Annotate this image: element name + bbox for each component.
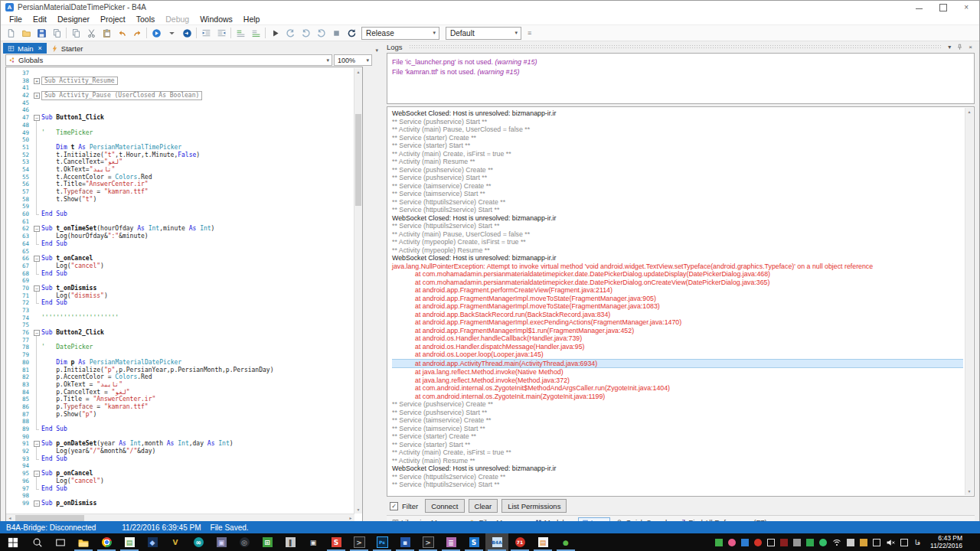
code-line[interactable]: 93End Sub xyxy=(6,455,354,463)
code-line[interactable]: 65 xyxy=(6,248,354,256)
logs-panel-header[interactable]: Logs ▾ × xyxy=(387,42,975,52)
tray-green-app-icon[interactable] xyxy=(715,539,723,546)
code-line[interactable]: 68End Sub xyxy=(6,270,354,278)
new-button[interactable] xyxy=(4,27,18,39)
list-permissions-button[interactable]: List Permissions xyxy=(501,499,567,513)
code-line[interactable]: 79 xyxy=(6,351,354,359)
taskbar-photoshop[interactable]: Ps xyxy=(371,533,394,551)
tray-pink-app-icon[interactable] xyxy=(728,539,736,546)
code-line[interactable]: 80 Dim p As PersianMaterialDatePicker xyxy=(6,359,354,367)
code-line[interactable]: 62–Sub t_onTimeSet(hourOfday As Int,minu… xyxy=(6,225,354,233)
tray-fax-icon[interactable] xyxy=(847,539,854,546)
taskbar-red-s-app[interactable]: S xyxy=(325,533,348,551)
menu-item[interactable]: Debug xyxy=(160,15,194,24)
code-line[interactable]: 38+Sub Activity_Resume xyxy=(6,77,354,85)
code-line[interactable]: 77 xyxy=(6,337,354,344)
wifi-icon[interactable] xyxy=(832,538,841,547)
warnings-box[interactable]: File 'ic_launcher.png' is not used. (war… xyxy=(387,53,975,104)
connect-button[interactable]: Connect xyxy=(425,499,464,513)
code-line[interactable]: 49' TimePicker xyxy=(6,129,354,137)
menu-item[interactable]: File xyxy=(4,15,28,24)
fold-expand-icon[interactable]: + xyxy=(33,77,41,85)
code-line[interactable]: 54 t.OkText="تایید" xyxy=(6,166,354,174)
indent-right-button[interactable] xyxy=(214,27,228,39)
code-line[interactable]: 76–Sub Button2_Click xyxy=(6,329,354,337)
code-line[interactable]: 45 xyxy=(6,99,354,107)
tray-green-dollar-icon[interactable] xyxy=(806,539,814,546)
code-line[interactable]: 99–Sub p_onDismiss xyxy=(6,500,354,507)
build-configuration-select[interactable]: Release ▾ xyxy=(361,27,439,40)
editor-vertical-scrollbar[interactable]: ▲ ▼ xyxy=(354,68,362,514)
taskbar-search-button[interactable] xyxy=(26,533,49,551)
fold-collapse-icon[interactable]: – xyxy=(33,500,41,507)
code-line[interactable]: 55 t.AccentColor = Colors.Red xyxy=(6,174,354,181)
keyboard-layout-indicator[interactable]: فا xyxy=(913,539,922,546)
code-line[interactable]: 53 t.CancelText="لغو" xyxy=(6,158,354,166)
taskbar-b4a[interactable]: B4A xyxy=(485,533,508,551)
taskbar-designer[interactable]: ▤ xyxy=(118,533,141,551)
compile-run-button[interactable] xyxy=(149,27,163,39)
taskbar-winrar[interactable]: ≣ xyxy=(439,533,462,551)
code-line[interactable]: 83 p.OkText = "تایید" xyxy=(6,381,354,389)
taskbar-cube-app[interactable]: ▣ xyxy=(210,533,233,551)
code-line[interactable]: 71 Log("dismiss") xyxy=(6,292,354,300)
code-line[interactable]: 95–Sub p_onCancel xyxy=(6,470,354,478)
taskbar-blue-app[interactable]: ▪ xyxy=(394,533,416,551)
run-button[interactable] xyxy=(268,27,282,39)
undo-button[interactable] xyxy=(115,27,129,39)
menu-item[interactable]: Help xyxy=(238,15,266,24)
code-line[interactable]: 50 xyxy=(6,136,354,144)
tray-usb-icon[interactable] xyxy=(793,539,801,546)
tab-list-dropdown[interactable]: ▾ xyxy=(375,47,384,54)
menu-item[interactable]: Tools xyxy=(131,15,161,24)
code-line[interactable]: 46 xyxy=(6,106,354,114)
panel-menu-icon[interactable]: ▾ xyxy=(946,44,953,51)
code-lines[interactable]: 3738+Sub Activity_Resume4142+Sub Activit… xyxy=(6,68,354,514)
code-line[interactable]: 87 p.Show("p") xyxy=(6,411,354,419)
taskbar-doc-search-app[interactable]: ▤ xyxy=(531,533,554,551)
save-all-button[interactable] xyxy=(50,27,64,39)
taskbar-cmd-2[interactable]: > xyxy=(416,533,439,551)
code-line[interactable]: 86 p.Typeface = "kamran.ttf" xyxy=(6,403,354,411)
comment-button[interactable] xyxy=(234,27,247,39)
taskbar-antivirus[interactable]: 71 xyxy=(508,533,531,551)
clear-button[interactable]: Clear xyxy=(469,499,498,513)
tray-red-badge-icon[interactable] xyxy=(754,539,762,546)
rapid-debug-button[interactable] xyxy=(180,27,194,39)
code-line[interactable]: 48 xyxy=(6,122,354,129)
panel-close-icon[interactable]: × xyxy=(966,44,975,51)
code-line[interactable]: 74''''''''''''''''''''' xyxy=(6,315,354,322)
code-line[interactable]: 61 xyxy=(6,218,354,226)
code-line[interactable]: 70–Sub t_onDismiss xyxy=(6,285,354,292)
code-line[interactable]: 56 t.Title="AnswerCenter.ir" xyxy=(6,181,354,188)
menu-item[interactable]: Windows xyxy=(194,15,238,24)
code-line[interactable]: 81 p.Initialize("p",p.PersianYear,p.Pers… xyxy=(6,367,354,374)
fold-collapse-icon[interactable]: – xyxy=(33,285,41,292)
copy-button[interactable] xyxy=(69,27,83,39)
minimize-button[interactable] xyxy=(916,8,923,10)
code-line[interactable]: 82 p.AccentColor = Colors.Red xyxy=(6,373,354,381)
code-line[interactable]: 57 t.Typeface = "kamran.ttf" xyxy=(6,188,354,196)
code-editor[interactable]: 3738+Sub Activity_Resume4142+Sub Activit… xyxy=(5,67,363,523)
code-line[interactable]: 78' DatePicker xyxy=(6,344,354,351)
editor-zoom-select[interactable]: 100% ▾ xyxy=(334,54,372,66)
code-line[interactable]: 72End Sub xyxy=(6,299,354,307)
close-button[interactable]: × xyxy=(964,4,969,11)
tray-connectify-icon[interactable] xyxy=(819,539,827,546)
code-line[interactable]: 69 xyxy=(6,277,354,285)
log-vertical-scrollbar[interactable]: ▲ ▼ xyxy=(965,108,973,495)
code-line[interactable]: 98 xyxy=(6,492,354,500)
compile-dropdown[interactable] xyxy=(165,27,178,39)
code-line[interactable]: 92 Log(year&"/"&month&"/"&day) xyxy=(6,448,354,455)
code-line[interactable]: 63 Log(hourOfday&":"&minute) xyxy=(6,233,354,240)
code-line[interactable]: 42+Sub Activity_Pause (UserClosed As Boo… xyxy=(6,92,354,99)
tray-blue-app-icon[interactable] xyxy=(741,539,749,546)
indent-left-button[interactable] xyxy=(199,27,213,39)
tray-dark-red-icon[interactable] xyxy=(780,539,788,546)
tab-close-icon[interactable]: × xyxy=(38,44,42,52)
code-line[interactable]: 91–Sub p_onDateSet(year As Int,month As … xyxy=(6,440,354,448)
open-button[interactable] xyxy=(19,27,33,39)
taskbar-barcode-app[interactable]: ‖ xyxy=(279,533,302,551)
code-line[interactable]: 94 xyxy=(6,462,354,470)
code-line[interactable]: 59 xyxy=(6,203,354,210)
